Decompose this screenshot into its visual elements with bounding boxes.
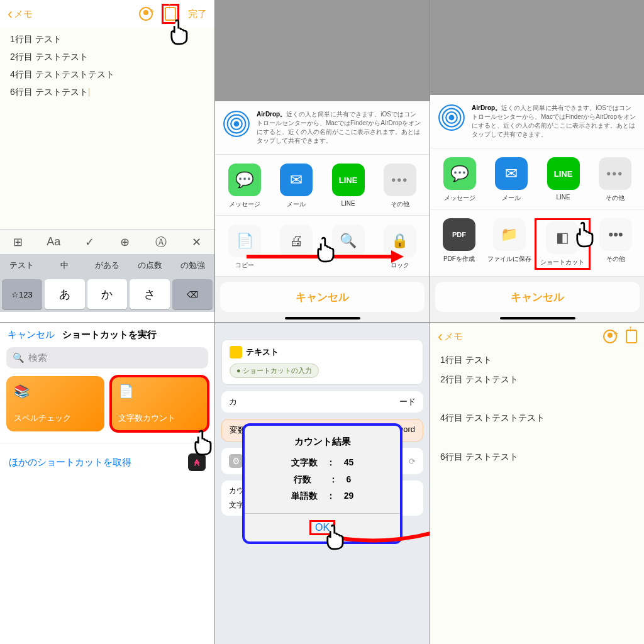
panel-notes-edit: メモ 完了 1行目 テスト 2行目 テストテスト 4行目 テストテストテスト 6…: [0, 0, 214, 322]
dialog-overlay: カウント結果 文字数 ： 45 行数 ： 6 単語数 ： 29 OK: [215, 323, 430, 644]
notes-content[interactable]: 1行目 テスト 2行目 テストテスト 4行目 テストテストテスト 6行目 テスト…: [0, 28, 214, 229]
share-sheet: AirDrop。近くの人と簡単に共有できます。iOSではコントロールセンターから…: [215, 101, 430, 322]
share-sheet: AirDrop。近くの人と簡単に共有できます。iOSではコントロールセンターから…: [430, 95, 644, 322]
airdrop-text: AirDrop。近くの人と簡単に共有できます。iOSではコントロールセンターから…: [472, 104, 637, 139]
share-app-more[interactable]: •••その他: [589, 157, 641, 203]
collaborate-icon[interactable]: [139, 7, 153, 21]
table-icon[interactable]: ⊞: [8, 235, 27, 249]
picker-header: キャンセル ショートカットを実行: [0, 323, 214, 347]
home-indicator[interactable]: [285, 317, 360, 319]
checklist-icon[interactable]: ✓: [80, 235, 99, 249]
share-app-more[interactable]: •••その他: [374, 164, 426, 209]
panel-share-sheet-1: AirDrop。近くの人と簡単に共有できます。iOSではコントロールセンターから…: [215, 0, 430, 322]
more-icon: •••: [599, 157, 631, 190]
draw-icon[interactable]: Ⓐ: [152, 235, 170, 250]
action-save-files[interactable]: 📁ファイルに保存: [484, 218, 535, 270]
note-line: [440, 389, 635, 409]
messages-icon: 💬: [443, 157, 476, 190]
airdrop-icon: [438, 104, 465, 131]
note-line: 2行目 テストテスト: [10, 48, 204, 65]
close-keyboard-icon[interactable]: ✕: [187, 235, 206, 249]
action-row: PDFPDFを作成 📁ファイルに保存 ◧ショートカット •••その他: [430, 209, 644, 277]
keyboard-toolbar: ⊞ Aa ✓ ⊕ Ⓐ ✕: [0, 229, 214, 254]
back-button[interactable]: メモ: [438, 328, 463, 345]
panel-shortcut-picker: キャンセル ショートカットを実行 🔍 検索 📚 スペルチェック 📄 文字数カウン…: [0, 323, 214, 644]
prediction-row: テスト 中 がある の点数 の勉強: [0, 254, 214, 277]
note-line: [440, 428, 635, 447]
folder-icon: 📁: [493, 218, 526, 251]
cancel-button[interactable]: キャンセル: [8, 329, 55, 341]
shortcut-spellcheck[interactable]: 📚 スペルチェック: [6, 376, 104, 431]
airdrop-row[interactable]: AirDrop。近くの人と簡単に共有できます。iOSではコントロールセンターから…: [215, 101, 430, 155]
share-app-messages[interactable]: 💬メッセージ: [434, 157, 486, 203]
mode-key[interactable]: ☆123: [2, 279, 42, 309]
back-button[interactable]: メモ: [8, 5, 33, 23]
app-row: 💬メッセージ ✉メール LINELINE •••その他: [430, 148, 644, 209]
cancel-button[interactable]: キャンセル: [220, 282, 425, 312]
note-line: 4行目 テストテストテスト: [440, 408, 635, 428]
share-app-mail[interactable]: ✉メール: [486, 157, 537, 203]
messages-icon: 💬: [228, 164, 261, 196]
airdrop-icon: [223, 110, 250, 138]
prediction[interactable]: がある: [86, 260, 128, 271]
home-indicator[interactable]: [500, 317, 575, 319]
share-icon[interactable]: [626, 330, 637, 343]
panel-result-dialog: テキスト ● ショートカットの入力 カード 変数 word ⚙ 結果を表示 ⟳ …: [215, 323, 430, 644]
search-icon: 🔍: [13, 352, 25, 364]
delete-key[interactable]: ⌫: [172, 279, 213, 309]
books-icon: 📚: [14, 384, 97, 399]
pdf-icon: PDF: [443, 218, 475, 251]
share-app-line[interactable]: LINELINE: [323, 164, 374, 209]
picker-title: ショートカットを実行: [62, 329, 157, 341]
mail-icon: ✉: [495, 157, 528, 190]
tap-hand-icon: [572, 220, 599, 248]
more-icon: •••: [384, 164, 416, 196]
tap-hand-icon: [190, 428, 214, 456]
note-line: 6行目 テストテスト: [10, 83, 204, 101]
shortcuts-app-icon: [188, 453, 206, 471]
prediction[interactable]: の勉強: [172, 260, 214, 271]
line-icon: LINE: [332, 164, 365, 196]
more-icon: •••: [599, 218, 632, 251]
share-app-line[interactable]: LINELINE: [538, 157, 589, 203]
app-row: 💬メッセージ ✉メール LINELINE •••その他: [215, 155, 430, 216]
svg-point-0: [234, 121, 240, 127]
panel-notes-final: メモ 1行目 テスト 2行目 テストテスト 4行目 テストテストテスト 6行目 …: [430, 323, 644, 644]
note-line: 1行目 テスト: [440, 350, 635, 370]
search-input[interactable]: 🔍 検索: [6, 347, 208, 369]
format-icon[interactable]: Aa: [44, 235, 63, 248]
prediction[interactable]: テスト: [0, 260, 43, 271]
shortcut-charcount[interactable]: 📄 文字数カウント: [111, 376, 209, 431]
share-app-messages[interactable]: 💬メッセージ: [219, 164, 270, 209]
note-line: 4行目 テストテストテスト: [10, 65, 204, 83]
airdrop-text: AirDrop。近くの人と簡単に共有できます。iOSではコントロールセンターから…: [257, 110, 422, 145]
back-label: メモ: [444, 331, 463, 343]
get-more-label: ほかのショートカットを取得: [9, 457, 131, 469]
svg-point-6: [449, 115, 455, 121]
dialog-body: 文字数 ： 45 行数 ： 6 単語数 ： 29: [245, 454, 400, 513]
search-placeholder: 検索: [28, 352, 47, 364]
tap-hand-icon: [322, 523, 350, 550]
dialog-title: カウント結果: [245, 426, 400, 454]
kana-key[interactable]: か: [87, 279, 128, 309]
notes-header: メモ: [430, 323, 644, 350]
tap-hand-icon: [166, 18, 194, 45]
line-icon: LINE: [547, 157, 580, 190]
note-line: 6行目 テストテスト: [440, 447, 635, 467]
prediction[interactable]: 中: [43, 260, 86, 271]
get-more-shortcuts[interactable]: ほかのショートカットを取得: [0, 443, 214, 481]
keyboard-row: ☆123 あ か さ ⌫: [0, 277, 214, 312]
cancel-button[interactable]: キャンセル: [435, 282, 640, 312]
kana-key[interactable]: あ: [45, 279, 85, 309]
collaborate-icon[interactable]: [603, 330, 617, 343]
prediction[interactable]: の点数: [129, 260, 172, 271]
add-icon[interactable]: ⊕: [116, 235, 135, 249]
panel-share-sheet-2: AirDrop。近くの人と簡単に共有できます。iOSではコントロールセンターから…: [430, 0, 644, 322]
shortcut-grid: 📚 スペルチェック 📄 文字数カウント: [0, 376, 214, 431]
airdrop-row[interactable]: AirDrop。近くの人と簡単に共有できます。iOSではコントロールセンターから…: [430, 95, 644, 148]
kana-key[interactable]: さ: [130, 279, 170, 309]
action-pdf[interactable]: PDFPDFを作成: [434, 218, 484, 270]
share-app-mail[interactable]: ✉メール: [270, 164, 322, 209]
notes-content[interactable]: 1行目 テスト 2行目 テストテスト 4行目 テストテストテスト 6行目 テスト…: [430, 350, 644, 640]
tap-hand-icon: [313, 235, 340, 263]
